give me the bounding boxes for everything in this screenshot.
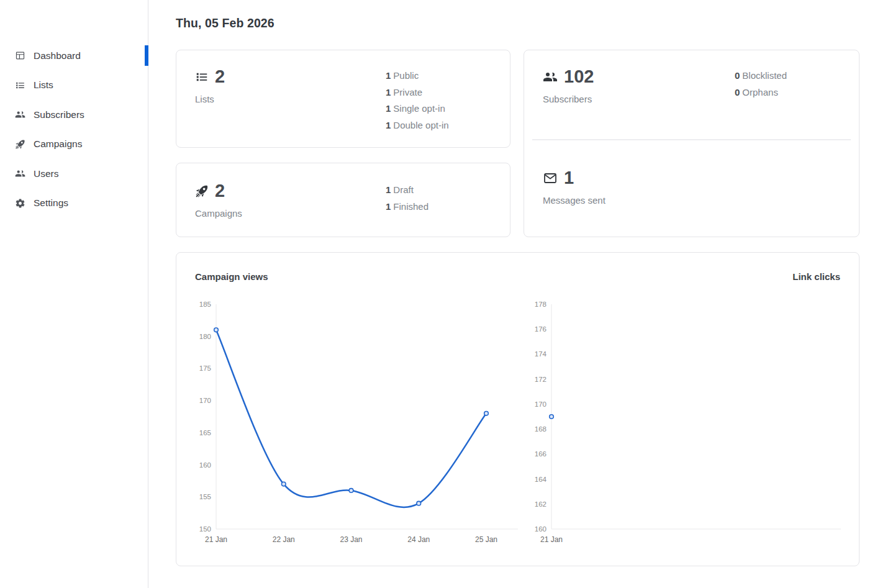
svg-text:185: 185 bbox=[199, 301, 211, 308]
svg-text:160: 160 bbox=[199, 461, 211, 469]
campaigns-count: 2 bbox=[215, 182, 225, 200]
lists-icon bbox=[15, 80, 25, 91]
sidebar-nav: Dashboard Lists Subscribers Campaigns Us bbox=[0, 45, 148, 214]
sidebar-item-lists[interactable]: Lists bbox=[0, 75, 148, 96]
stat-row: 0Orphans bbox=[735, 84, 840, 101]
svg-text:165: 165 bbox=[199, 429, 211, 436]
svg-text:155: 155 bbox=[199, 493, 211, 500]
lists-label: Lists bbox=[195, 94, 225, 104]
campaign-views-chart-area: 18518017517016516015515021 Jan22 Jan23 J… bbox=[195, 296, 530, 545]
campaigns-label: Campaigns bbox=[195, 208, 242, 219]
sidebar-item-label: Users bbox=[34, 168, 58, 179]
messages-count: 1 bbox=[564, 169, 574, 187]
stat-row: 1Finished bbox=[386, 199, 491, 215]
lists-stats: 1Public 1Private 1Single opt-in 1Double … bbox=[386, 68, 491, 133]
sidebar-item-settings[interactable]: Settings bbox=[0, 193, 148, 214]
subscribers-icon bbox=[15, 109, 25, 120]
svg-text:21 Jan: 21 Jan bbox=[540, 535, 563, 544]
charts-card: Campaign views Link clicks 1851801751701… bbox=[176, 252, 860, 566]
svg-text:25 Jan: 25 Jan bbox=[475, 535, 497, 544]
sidebar-item-label: Subscribers bbox=[34, 109, 84, 120]
stat-row: 0Blocklisted bbox=[735, 68, 840, 84]
subscribers-messages-card: 102 Subscribers 0Blocklisted 0Orphans bbox=[524, 50, 860, 237]
link-clicks-chart: 17817617417217016816616416216021 Jan bbox=[530, 296, 853, 545]
date-heading: Thu, 05 Feb 2026 bbox=[176, 16, 860, 30]
svg-text:166: 166 bbox=[535, 450, 547, 458]
sidebar-item-label: Lists bbox=[34, 79, 53, 91]
svg-text:180: 180 bbox=[199, 333, 211, 340]
lists-metric: 2 Lists bbox=[195, 68, 225, 133]
link-clicks-chart-area: 17817617417217016816616416216021 Jan bbox=[530, 296, 853, 545]
campaign-views-title: Campaign views bbox=[195, 271, 268, 282]
stat-cards-grid: 2 Lists 1Public 1Private 1Single opt-in … bbox=[176, 50, 860, 237]
campaigns-metric: 2 Campaigns bbox=[195, 182, 242, 219]
messages-metric: 1 Messages sent bbox=[543, 169, 606, 206]
subscribers-stats: 0Blocklisted 0Orphans bbox=[735, 68, 840, 104]
campaigns-card: 2 Campaigns 1Draft 1Finished bbox=[176, 163, 510, 237]
svg-text:178: 178 bbox=[535, 301, 547, 308]
stat-row: 1Private bbox=[386, 84, 491, 101]
svg-text:170: 170 bbox=[535, 400, 547, 408]
svg-text:162: 162 bbox=[535, 500, 547, 508]
settings-icon bbox=[15, 198, 25, 209]
stat-row: 1Draft bbox=[386, 182, 491, 199]
lists-card: 2 Lists 1Public 1Private 1Single opt-in … bbox=[176, 50, 510, 148]
list-icon bbox=[195, 70, 209, 84]
svg-text:172: 172 bbox=[535, 376, 547, 383]
stat-row: 1Public bbox=[386, 68, 491, 84]
lists-count: 2 bbox=[215, 68, 225, 86]
stat-row: 1Single opt-in bbox=[386, 101, 491, 117]
campaigns-stats: 1Draft 1Finished bbox=[386, 182, 491, 219]
svg-text:170: 170 bbox=[199, 397, 211, 404]
svg-text:22 Jan: 22 Jan bbox=[273, 535, 295, 544]
svg-text:174: 174 bbox=[535, 350, 547, 358]
sidebar-item-label: Dashboard bbox=[34, 50, 81, 61]
svg-text:150: 150 bbox=[199, 525, 211, 533]
stat-row: 1Double opt-in bbox=[386, 117, 491, 134]
sidebar: Dashboard Lists Subscribers Campaigns Us bbox=[0, 0, 148, 588]
sidebar-item-label: Campaigns bbox=[34, 138, 82, 150]
subscribers-metric: 102 Subscribers bbox=[543, 68, 594, 104]
messages-label: Messages sent bbox=[543, 195, 606, 206]
dashboard-icon bbox=[15, 50, 25, 61]
svg-text:23 Jan: 23 Jan bbox=[340, 535, 362, 544]
campaign-views-chart: 18518017517016516015515021 Jan22 Jan23 J… bbox=[195, 296, 530, 545]
subscribers-label: Subscribers bbox=[543, 94, 594, 104]
sidebar-item-campaigns[interactable]: Campaigns bbox=[0, 134, 148, 155]
sidebar-item-subscribers[interactable]: Subscribers bbox=[0, 104, 148, 125]
sidebar-item-label: Settings bbox=[34, 197, 68, 209]
email-icon bbox=[543, 171, 558, 186]
main-content: Thu, 05 Feb 2026 2 Lists 1 bbox=[149, 0, 880, 566]
sidebar-item-users[interactable]: Users bbox=[0, 163, 148, 184]
users-icon bbox=[15, 168, 25, 179]
campaigns-icon bbox=[15, 139, 25, 150]
people-icon bbox=[543, 70, 558, 84]
link-clicks-title: Link clicks bbox=[792, 271, 840, 282]
svg-text:168: 168 bbox=[535, 425, 547, 433]
svg-text:164: 164 bbox=[535, 476, 547, 483]
svg-text:21 Jan: 21 Jan bbox=[205, 535, 227, 544]
svg-text:160: 160 bbox=[535, 525, 547, 533]
subscribers-count: 102 bbox=[564, 68, 594, 86]
svg-text:24 Jan: 24 Jan bbox=[407, 535, 430, 544]
sidebar-item-dashboard[interactable]: Dashboard bbox=[0, 45, 148, 66]
svg-text:175: 175 bbox=[199, 364, 211, 372]
rocket-icon bbox=[195, 184, 209, 198]
svg-text:176: 176 bbox=[535, 325, 547, 333]
